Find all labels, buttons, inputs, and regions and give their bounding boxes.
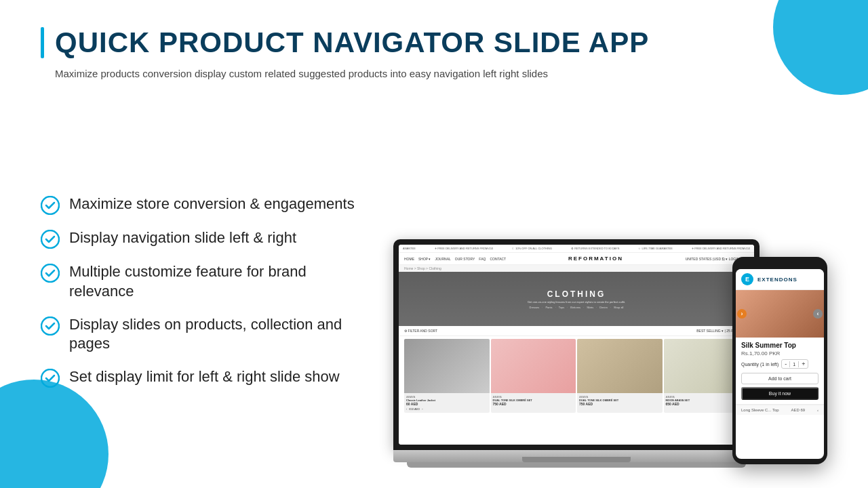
product-card-2: ABAYA DUAL TONE SILK OMBRÉ SET 750 AED	[491, 339, 576, 413]
product-img-1	[404, 339, 490, 393]
feature-item-2: Display navigation slide left & right	[41, 228, 366, 249]
website-screenshot: ANANTEE ✈ FREE DELIVERY AND RETURNS FROM…	[399, 245, 754, 445]
svg-point-1	[41, 230, 59, 248]
nav-journal: JOURNAL	[435, 257, 450, 261]
page-subtitle: Maximize products conversion display cus…	[41, 66, 827, 81]
website-topbar-text: ANANTEE	[403, 247, 416, 250]
check-icon-2	[41, 230, 60, 249]
product-info-3: ABAYA DUAL TONE SILK OMBRÉ SET 750 AED	[577, 393, 663, 408]
features-list: Maximize store conversion & engagements …	[41, 101, 366, 474]
laptop-foot	[407, 462, 746, 468]
phone-frame: E EXTENDONS › ‹ S	[732, 257, 827, 464]
product-info-1: ABAYA Classic Leather Jacket 60 AED ‹650…	[404, 393, 490, 413]
nav-shop: SHOP ▾	[418, 257, 431, 261]
feature-item-3: Multiple customize feature for brand rel…	[41, 262, 366, 301]
phone-prev-arrow[interactable]: ›	[737, 309, 747, 319]
website-topbar-returns: ♻ RETURNS EXTENDED TO 80 DAYS	[571, 247, 619, 250]
feature-item-4: Display slides on products, collection a…	[41, 315, 366, 354]
phone-slide-arrow-left[interactable]: ‹	[817, 408, 818, 412]
feature-text-1: Maximize store conversion & engagements	[69, 195, 355, 214]
phone-qty-minus[interactable]: -	[782, 360, 789, 368]
phone-hero-image: › ‹	[736, 290, 824, 338]
phone-slide-bottom: Long Sleeve C... Top AED 69 ‹	[736, 405, 824, 415]
phone-qty-label: Quantity (1 in left)	[741, 362, 778, 367]
phone-product-detail: Long Sleeve C... Top	[741, 408, 779, 412]
website-topbar-off: ☾ 10% OFF ON ALL CLOTHING	[512, 247, 552, 250]
phone-logo-icon: E	[745, 276, 749, 283]
phone-header: E EXTENDONS	[736, 269, 824, 290]
svg-point-3	[41, 317, 59, 335]
phone-mockup: E EXTENDONS › ‹ S	[732, 257, 827, 464]
svg-point-0	[41, 197, 59, 214]
page-title: QUICK PRODUCT NAVIGATOR SLIDE APP	[55, 27, 649, 58]
website-hero-sub: Get one-on-one styling lessons from our …	[528, 300, 625, 304]
phone-logo-circle: E	[741, 273, 753, 285]
website-logo: REFORMATION	[568, 256, 623, 262]
nav-contact: CONTACT	[490, 257, 506, 261]
feature-text-4: Display slides on products, collection a…	[69, 315, 366, 354]
website-nav: HOME SHOP ▾ JOURNAL OUR STORY FAQ CONTAC…	[399, 253, 754, 265]
product-card-1: ABAYA Classic Leather Jacket 60 AED ‹650…	[404, 339, 490, 413]
phone-buy-now-button[interactable]: Buy it now	[741, 387, 818, 400]
nav-faq: FAQ	[479, 257, 486, 261]
check-icon-4	[41, 317, 60, 336]
phone-add-to-cart-button[interactable]: Add to cart	[741, 373, 818, 384]
website-hero-links: Dresses · Pants · Tops · Bottoms · Skirt…	[530, 306, 624, 309]
nav-home: HOME	[404, 257, 414, 261]
svg-point-4	[41, 369, 59, 387]
phone-qty-plus[interactable]: +	[799, 360, 808, 368]
website-hero-title: CLOTHING	[547, 289, 606, 299]
page-header: QUICK PRODUCT NAVIGATOR SLIDE APP Maximi…	[41, 27, 827, 81]
website-topbar-delivery: ✈ FREE DELIVERY AND RETURNS FROM £50	[435, 247, 493, 250]
svg-point-2	[41, 264, 59, 282]
phone-brand-name: EXTENDONS	[757, 277, 797, 283]
phone-screen: E EXTENDONS › ‹ S	[736, 269, 824, 459]
website-hero: CLOTHING Get one-on-one styling lessons …	[399, 272, 754, 326]
phone-qty-row: Quantity (1 in left) - 1 +	[741, 359, 818, 369]
phone-next-arrow[interactable]: ‹	[813, 309, 823, 319]
phone-qty-controls[interactable]: - 1 +	[781, 359, 808, 369]
feature-item-5: Set display limit for left & right slide…	[41, 367, 366, 388]
phone-product-price-aed: AED 69	[791, 408, 805, 412]
laptop-base	[393, 450, 760, 462]
website-topbar-guarantee: ☆ LIFE-TIME GUARANTEE	[638, 247, 672, 250]
title-accent-bar	[41, 27, 44, 58]
feature-item-1: Maximize store conversion & engagements	[41, 195, 366, 215]
website-breadcrumb: Home > Shop > Clothing	[399, 265, 754, 272]
phone-slide-content: Silk Summer Top Rs.1,70.00 PKR Quantity …	[736, 338, 824, 405]
website-products-header: ⚙ FILTER AND SORT BEST SELLING ▾ | 25 PR…	[399, 326, 754, 336]
website-filter: ⚙ FILTER AND SORT	[404, 329, 437, 333]
laptop-mockup: ANANTEE ✈ FREE DELIVERY AND RETURNS FROM…	[393, 239, 760, 468]
product-img-3	[577, 339, 663, 393]
website-topbar: ANANTEE ✈ FREE DELIVERY AND RETURNS FROM…	[399, 245, 754, 253]
product-info-2: ABAYA DUAL TONE SILK OMBRÉ SET 750 AED	[491, 393, 576, 408]
website-products-grid: ABAYA Classic Leather Jacket 60 AED ‹650…	[399, 336, 754, 415]
product-card-3: ABAYA DUAL TONE SILK OMBRÉ SET 750 AED	[577, 339, 663, 413]
devices-area: ANANTEE ✈ FREE DELIVERY AND RETURNS FROM…	[393, 101, 827, 474]
phone-qty-value: 1	[789, 361, 799, 367]
feature-text-5: Set display limit for left & right slide…	[69, 367, 340, 387]
website-nav-links: HOME SHOP ▾ JOURNAL OUR STORY FAQ CONTAC…	[404, 257, 506, 261]
feature-text-2: Display navigation slide left & right	[69, 228, 296, 248]
phone-slide-price: Rs.1,70.00 PKR	[741, 350, 818, 357]
phone-notch	[766, 262, 793, 266]
check-icon-1	[41, 196, 60, 215]
phone-slide-title: Silk Summer Top	[741, 342, 818, 349]
website-topbar-delivery2: ✈ FREE DELIVERY AND RETURNS FROM £50	[692, 247, 750, 250]
product-img-2	[491, 339, 576, 393]
nav-ourstory: OUR STORY	[455, 257, 475, 261]
feature-text-3: Multiple customize feature for brand rel…	[69, 262, 366, 301]
check-icon-3	[41, 264, 60, 283]
check-icon-5	[41, 369, 60, 388]
phone-nav-arrows: › ‹	[736, 309, 824, 319]
